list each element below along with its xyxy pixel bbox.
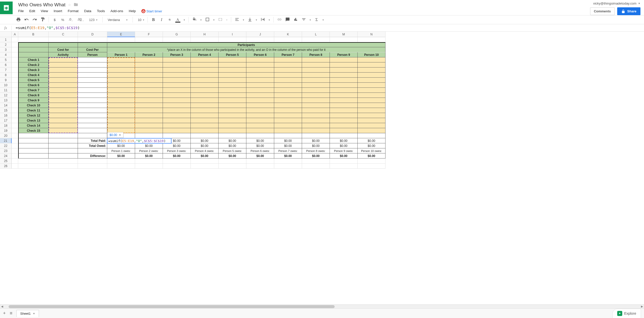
comments-button[interactable]: Comments	[590, 7, 615, 15]
cell-H19[interactable]	[191, 128, 219, 133]
cell-F6[interactable]	[135, 62, 163, 67]
cell-M24[interactable]: $0.00	[330, 153, 358, 158]
cell-H11[interactable]	[191, 88, 219, 93]
menu-insert[interactable]: Insert	[54, 9, 62, 13]
cell-L18[interactable]	[302, 123, 330, 128]
cell-K5[interactable]	[274, 57, 302, 62]
cell-A23[interactable]	[12, 148, 18, 153]
document-title[interactable]: Who Owes Who What	[18, 2, 66, 8]
cell-C24[interactable]	[49, 153, 78, 158]
cell-C7[interactable]	[49, 67, 78, 73]
cell-C12[interactable]	[49, 93, 78, 98]
fill-color-button[interactable]	[192, 17, 197, 22]
cell-K15[interactable]	[274, 108, 302, 113]
v-align-button[interactable]	[248, 17, 252, 22]
borders-button[interactable]	[205, 17, 210, 22]
cell-C11[interactable]	[49, 88, 78, 93]
cell-D5[interactable]	[78, 57, 107, 62]
cell-I21[interactable]: $0.00	[219, 138, 246, 143]
cell-A19[interactable]	[12, 128, 18, 133]
cell-A22[interactable]	[12, 143, 18, 148]
cell-A24[interactable]	[12, 153, 18, 158]
owes-label-2[interactable]: Person 2 owes:	[135, 148, 163, 153]
cell-F13[interactable]	[135, 98, 163, 103]
menu-addons[interactable]: Add-ons	[111, 9, 123, 13]
cell-A7[interactable]	[12, 67, 18, 73]
cell-M6[interactable]	[330, 62, 358, 67]
cell-G14[interactable]	[163, 103, 191, 108]
cell-C9[interactable]	[49, 78, 78, 83]
cell-G18[interactable]	[163, 123, 191, 128]
cell-L20[interactable]	[302, 133, 330, 138]
cell-N12[interactable]	[358, 93, 385, 98]
cell-C2[interactable]	[49, 42, 78, 47]
comment-icon[interactable]	[285, 17, 290, 22]
cell-A4[interactable]	[12, 52, 18, 57]
cell-J22[interactable]: $0.00	[246, 143, 274, 148]
cell-J16[interactable]	[246, 113, 274, 118]
row-header-22[interactable]: 22	[0, 143, 12, 148]
cell-N19[interactable]	[358, 128, 385, 133]
cell-J15[interactable]	[246, 108, 274, 113]
cell-I15[interactable]	[219, 108, 246, 113]
cell-J21[interactable]: $0.00	[246, 138, 274, 143]
cell-H17[interactable]	[191, 118, 219, 123]
cell-N9[interactable]	[358, 78, 385, 83]
column-header-D[interactable]: D	[78, 32, 107, 37]
cell-C19[interactable]	[49, 128, 78, 133]
check-label-5[interactable]: Check 5	[18, 78, 49, 83]
cell-N1[interactable]	[358, 37, 385, 42]
menu-data[interactable]: Data	[84, 9, 92, 13]
cell-A2[interactable]	[12, 42, 18, 47]
cell-I9[interactable]	[219, 78, 246, 83]
cell-C1[interactable]	[49, 37, 78, 42]
cell-F19[interactable]	[135, 128, 163, 133]
cell-N14[interactable]	[358, 103, 385, 108]
cell-K19[interactable]	[274, 128, 302, 133]
cell-J1[interactable]	[246, 37, 274, 42]
cell-L9[interactable]	[302, 78, 330, 83]
column-header-B[interactable]: B	[18, 32, 49, 37]
cell-K25[interactable]	[274, 158, 302, 164]
check-label-6[interactable]: Check 6	[18, 83, 49, 88]
owes-label-3[interactable]: Person 3 owes:	[163, 148, 191, 153]
person-header-9[interactable]: Person 9	[330, 52, 358, 57]
cell-H1[interactable]	[191, 37, 219, 42]
cell-J5[interactable]	[246, 57, 274, 62]
column-header-A[interactable]: A	[12, 32, 18, 37]
cell-N20[interactable]	[358, 133, 385, 138]
person-header-8[interactable]: Person 8	[302, 52, 330, 57]
cell-J19[interactable]	[246, 128, 274, 133]
strikethrough-button[interactable]: S	[167, 18, 172, 22]
cell-I25[interactable]	[219, 158, 246, 164]
owes-label-5[interactable]: Person 5 owes:	[219, 148, 246, 153]
cell-C26[interactable]	[49, 164, 78, 169]
menu-edit[interactable]: Edit	[29, 9, 35, 13]
cell-M5[interactable]	[330, 57, 358, 62]
cell-F10[interactable]	[135, 83, 163, 88]
start-timer-button[interactable]: ⏻ Start timer	[141, 9, 162, 13]
cell-F20[interactable]	[135, 133, 163, 138]
check-label-13[interactable]: Check 13	[18, 118, 49, 123]
check-label-15[interactable]: Check 15	[18, 128, 49, 133]
row-header-5[interactable]: 5	[0, 57, 12, 62]
cell-G13[interactable]	[163, 98, 191, 103]
owes-label-4[interactable]: Person 4 owes:	[191, 148, 219, 153]
cell-A17[interactable]	[12, 118, 18, 123]
cell-N6[interactable]	[358, 62, 385, 67]
check-label-14[interactable]: Check 14	[18, 123, 49, 128]
cell-D16[interactable]	[78, 113, 107, 118]
cell-F16[interactable]	[135, 113, 163, 118]
cell-M19[interactable]	[330, 128, 358, 133]
row-header-6[interactable]: 6	[0, 62, 12, 67]
menu-help[interactable]: Help	[129, 9, 136, 13]
cell-D10[interactable]	[78, 83, 107, 88]
cell-I6[interactable]	[219, 62, 246, 67]
cell-J11[interactable]	[246, 88, 274, 93]
cell-L16[interactable]	[302, 113, 330, 118]
cell-E9[interactable]	[107, 78, 135, 83]
cell-G24[interactable]: $0.00	[163, 153, 191, 158]
check-label-2[interactable]: Check 2	[18, 62, 49, 67]
cell-L5[interactable]	[302, 57, 330, 62]
cell-B21[interactable]	[18, 138, 49, 143]
